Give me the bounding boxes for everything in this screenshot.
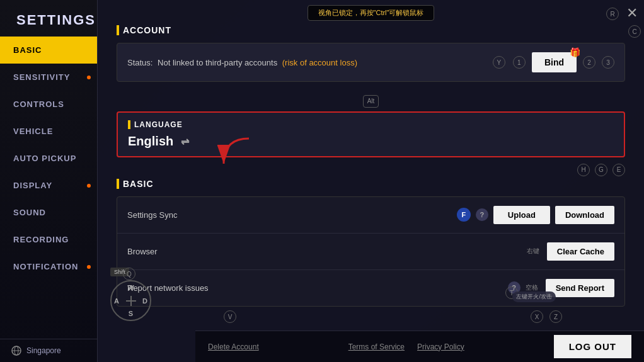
close-button[interactable]: ✕ bbox=[626, 6, 638, 20]
upload-button[interactable]: Upload bbox=[493, 206, 550, 224]
bottom-links: Terms of Service Privacy Policy bbox=[348, 342, 464, 351]
sidebar-item-display[interactable]: DISPLAY bbox=[0, 172, 97, 199]
kbd-3: 3 bbox=[602, 56, 614, 69]
kbd-2: 2 bbox=[583, 56, 595, 69]
dpad-cross-icon bbox=[125, 295, 137, 307]
sidebar: SETTINGS BASIC SENSITIVITY CONTROLS VEHI… bbox=[0, 0, 98, 362]
kbd-g: G bbox=[595, 164, 607, 176]
kbd-e: E bbox=[612, 164, 625, 176]
terms-of-service-link[interactable]: Terms of Service bbox=[348, 342, 405, 351]
bind-button[interactable]: Bind bbox=[532, 52, 577, 72]
language-label: LANGUAGE bbox=[128, 120, 614, 129]
settings-content: ACCOUNT Status: Not linked to third-part… bbox=[98, 0, 644, 362]
sidebar-item-notification[interactable]: NOTIFICATION bbox=[0, 253, 97, 280]
language-english[interactable]: English bbox=[128, 134, 173, 149]
region-selector[interactable]: Singapore bbox=[0, 339, 98, 362]
privacy-policy-link[interactable]: Privacy Policy bbox=[417, 342, 464, 351]
globe-icon bbox=[11, 346, 21, 356]
sidebar-item-auto-pickup[interactable]: AUTO PICKUP bbox=[0, 145, 97, 172]
kbd-x: X bbox=[531, 310, 543, 323]
sidebar-item-sound[interactable]: SOUND bbox=[0, 199, 97, 226]
account-row: Status: Not linked to third-party accoun… bbox=[117, 43, 625, 82]
sidebar-item-recording[interactable]: RECORDING bbox=[0, 226, 97, 253]
main-content: 视角已锁定，再按"Ctrl"可解锁鼠标 ✕ R ACCOUNT Status: … bbox=[98, 0, 644, 362]
settings-sync-row: Settings Sync F ? Upload Download bbox=[117, 197, 624, 234]
download-button[interactable]: Download bbox=[555, 206, 614, 224]
language-section: LANGUAGE English ⇌ bbox=[117, 111, 625, 157]
left-attack-label: 左键开火/攻击 bbox=[512, 291, 556, 302]
kbd-d-label: D bbox=[142, 297, 147, 305]
sidebar-item-sensitivity[interactable]: SENSITIVITY bbox=[0, 64, 97, 91]
gamepad-overlay: Shift W A S D bbox=[110, 280, 151, 321]
settings-title: SETTINGS bbox=[0, 6, 97, 37]
space-tag: 空格 bbox=[526, 283, 538, 292]
sidebar-item-controls[interactable]: CONTROLS bbox=[0, 91, 97, 118]
send-report-button[interactable]: Send Report bbox=[546, 279, 614, 297]
delete-account-link[interactable]: Delete Account bbox=[208, 342, 259, 351]
basic-section-title: BASIC bbox=[117, 179, 625, 189]
settings-sync-actions: F ? Upload Download bbox=[457, 206, 614, 224]
kbd-w-label: W bbox=[127, 284, 134, 291]
sidebar-item-basic[interactable]: BASIC bbox=[0, 37, 97, 64]
browser-actions: 右键 Clear Cache bbox=[527, 242, 614, 261]
browser-row: Browser 右键 Clear Cache bbox=[117, 234, 624, 270]
language-swap-icon[interactable]: ⇌ bbox=[181, 135, 189, 147]
kbd-q: Q bbox=[123, 268, 135, 280]
sidebar-item-vehicle[interactable]: VEHICLE bbox=[0, 118, 97, 145]
kbd-v: V bbox=[224, 310, 236, 323]
help-badge-sync: ? bbox=[476, 208, 488, 221]
account-section-title: ACCOUNT bbox=[117, 25, 625, 35]
clear-cache-button[interactable]: Clear Cache bbox=[547, 242, 614, 261]
kbd-c: C bbox=[628, 25, 641, 38]
notification-banner: 视角已锁定，再按"Ctrl"可解锁鼠标 bbox=[308, 5, 435, 21]
kbd-r: R bbox=[606, 8, 619, 20]
kbd-h: H bbox=[577, 164, 590, 176]
logout-button[interactable]: LOG OUT bbox=[554, 335, 631, 358]
basic-section: Settings Sync F ? Upload Download Browse… bbox=[117, 196, 625, 307]
kbd-alt: Alt bbox=[363, 95, 379, 108]
f-badge: F bbox=[457, 208, 471, 222]
kbd-a-label: A bbox=[114, 297, 119, 305]
kbd-y: Y bbox=[493, 56, 505, 69]
dpad-circle: W A S D bbox=[110, 280, 151, 321]
region-label: Singapore bbox=[26, 346, 61, 355]
account-status: Status: Not linked to third-party accoun… bbox=[127, 58, 357, 67]
kbd-1: 1 bbox=[513, 56, 526, 69]
kbd-z: Z bbox=[549, 310, 562, 323]
kbd-s-label: S bbox=[129, 310, 133, 317]
right-click-tag: 右键 bbox=[527, 247, 539, 256]
language-value: English ⇌ bbox=[128, 134, 614, 149]
red-arrow bbox=[211, 132, 262, 176]
settings-sync-label: Settings Sync bbox=[127, 210, 178, 220]
browser-label: Browser bbox=[127, 247, 158, 256]
bottom-bar: Delete Account Terms of Service Privacy … bbox=[195, 331, 644, 362]
